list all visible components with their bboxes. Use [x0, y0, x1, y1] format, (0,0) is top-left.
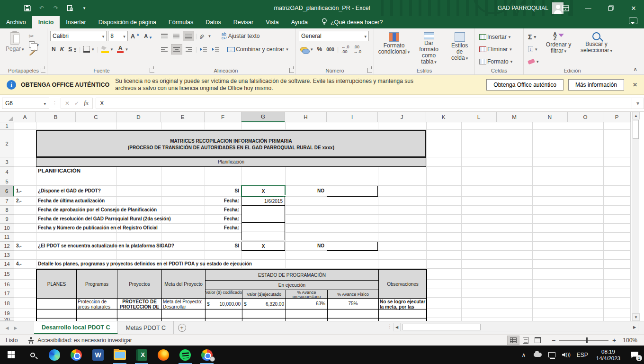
accounting-format-button[interactable] — [299, 44, 314, 55]
sheet-tab-desarrollo[interactable]: Desarrollo local PDOT C — [34, 321, 118, 334]
q2-row3-label[interactable]: Fecha de resolución del GAD Parroquial R… — [38, 216, 171, 221]
cell-I6[interactable] — [327, 186, 378, 197]
insert-function-icon[interactable]: fx — [84, 100, 89, 107]
table-empty-cell[interactable] — [328, 310, 379, 319]
cell-styles-button[interactable]: Estilos de celda — [447, 31, 473, 67]
row-header-14[interactable]: 14 — [0, 260, 14, 269]
borders-button[interactable] — [82, 44, 96, 55]
row-header-4[interactable]: 4 — [0, 167, 14, 177]
taskbar-explorer[interactable] — [109, 346, 131, 364]
fill-color-button[interactable] — [100, 44, 115, 55]
taskbar-word[interactable]: W — [87, 346, 109, 364]
column-header-D[interactable]: D — [116, 112, 161, 122]
td-valor-codificado[interactable]: $ 10,000.00 — [206, 299, 242, 310]
row-header-16[interactable]: 16 — [0, 280, 14, 289]
row-header-18[interactable]: 18 — [0, 298, 14, 309]
td-observaciones[interactable]: No se logro ejecutar la meta, por las — [379, 299, 427, 310]
td-proyectos[interactable]: PROYECTO DE PROTECCIÓN DE — [117, 299, 162, 310]
column-header-N[interactable]: N — [532, 112, 568, 122]
align-bottom-icon[interactable] — [183, 31, 194, 41]
portapapeles-dialog-launcher[interactable] — [41, 68, 45, 73]
account-area[interactable]: GAD PARROQUIAL — [498, 0, 564, 16]
q2-number[interactable]: 2.- — [16, 198, 22, 203]
orientation-icon[interactable]: ab — [198, 31, 212, 41]
tab-inicio[interactable]: Inicio — [32, 16, 60, 28]
language-indicator[interactable]: ESP — [573, 346, 591, 364]
restore-button[interactable] — [600, 0, 621, 16]
matrix-title-block[interactable]: MATRICES RECOPILACION INFORMACIÓN PRIMAR… — [36, 130, 426, 157]
clear-button[interactable] — [527, 57, 540, 67]
print-preview-icon[interactable] — [66, 4, 74, 12]
section-title[interactable]: PLANIFICACIÓN — [38, 168, 80, 173]
row-header-7[interactable]: 7 — [0, 197, 14, 206]
paste-button[interactable]: Pegar — [3, 31, 27, 67]
increase-font-icon[interactable]: A▲ — [129, 31, 141, 41]
q3-label[interactable]: ¿El PDOT se encuentra actualizado en la … — [38, 243, 174, 248]
align-left-icon[interactable] — [159, 44, 170, 55]
wrap-text-button[interactable]: abc↵ Ajustar texto — [220, 31, 261, 41]
td-meta[interactable]: Meta del Proyecto: Desarrollar — [162, 299, 206, 310]
row-header-5[interactable]: 5 — [0, 177, 14, 186]
scroll-left-icon[interactable]: ◀ — [393, 323, 401, 331]
underline-button[interactable]: S — [67, 44, 78, 55]
accessibility-status[interactable]: Accesibilidad: es necesario investigar — [37, 337, 132, 344]
decrease-font-icon[interactable]: A▼ — [143, 31, 154, 41]
vertical-scrollbar[interactable]: ▲ ▼ — [632, 112, 639, 321]
scroll-down-icon[interactable]: ▼ — [632, 313, 640, 321]
th-proyectos[interactable]: Proyectos — [117, 270, 162, 299]
tray-expand-icon[interactable]: ∧ — [517, 346, 531, 364]
cell-I12[interactable] — [327, 242, 378, 251]
align-right-icon[interactable] — [184, 44, 194, 55]
tab-ayuda[interactable]: Ayuda — [285, 16, 314, 28]
action-center-button[interactable]: 1 — [625, 346, 644, 364]
more-info-button[interactable]: Más información — [568, 79, 624, 91]
scroll-up-icon[interactable]: ▲ — [632, 112, 640, 119]
select-all-corner[interactable] — [0, 112, 14, 122]
onedrive-icon[interactable] — [531, 346, 545, 364]
taskbar-excel[interactable]: X — [131, 346, 152, 364]
row-header-17[interactable]: 17 — [0, 289, 14, 298]
th-observaciones[interactable]: Observaciones — [379, 270, 427, 299]
find-select-button[interactable]: Buscar y seleccionar — [577, 31, 616, 67]
cell-G11[interactable] — [242, 231, 285, 240]
zoom-slider-thumb[interactable] — [586, 337, 588, 343]
column-header-C[interactable]: C — [76, 112, 116, 122]
table-empty-cell[interactable] — [162, 310, 206, 319]
column-header-P[interactable]: P — [603, 112, 631, 122]
page-layout-view-icon[interactable] — [519, 336, 532, 345]
italic-button[interactable]: K — [59, 44, 66, 55]
sheet-nav-left-icon[interactable]: ◀ — [3, 321, 11, 334]
start-button[interactable] — [0, 346, 22, 364]
align-top-icon[interactable] — [159, 31, 170, 41]
comments-icon[interactable] — [629, 18, 637, 24]
th-valor-ejecutado[interactable]: Valor ($)ejecutado — [242, 290, 286, 299]
table-empty-cell[interactable] — [379, 310, 427, 319]
cell-G10[interactable] — [242, 222, 285, 231]
collapse-ribbon-icon[interactable]: ∧ — [633, 66, 637, 73]
normal-view-icon[interactable] — [507, 336, 519, 345]
row-header-6[interactable]: 6 — [0, 186, 14, 197]
planificacion-banner[interactable]: Planificación — [36, 157, 426, 167]
increase-indent-icon[interactable] — [210, 44, 221, 55]
name-box[interactable]: G6 — [2, 98, 49, 109]
q2-row2-label[interactable]: Fecha de aprobación por el Consejo de Pl… — [38, 207, 157, 212]
tab-insertar[interactable]: Insertar — [60, 16, 92, 28]
tab-vista[interactable]: Vista — [259, 16, 285, 28]
q1-number[interactable]: 1.- — [16, 188, 22, 193]
td-avance-presupuestario[interactable]: 63% — [286, 299, 328, 310]
zoom-out-icon[interactable]: − — [552, 337, 555, 344]
taskbar-firefox[interactable] — [152, 346, 174, 364]
th-valor-codificado[interactable]: Valor ($) codificado — [206, 290, 242, 299]
cut-icon[interactable]: ✂ — [29, 33, 39, 40]
cancel-icon[interactable]: ✕ — [65, 100, 70, 107]
fuente-dialog-launcher[interactable] — [150, 68, 154, 73]
column-header-E[interactable]: E — [161, 112, 205, 122]
minimize-button[interactable]: — — [578, 0, 599, 16]
tab-revisar[interactable]: Revisar — [227, 16, 259, 28]
font-color-button[interactable]: A — [116, 44, 129, 55]
row-header-19[interactable]: 19 — [0, 309, 14, 318]
column-header-K[interactable]: K — [426, 112, 461, 122]
font-size-combo[interactable]: 8 — [108, 31, 128, 41]
font-name-combo[interactable]: Calibri — [50, 31, 107, 41]
row-header-15[interactable]: 15 — [0, 269, 14, 280]
